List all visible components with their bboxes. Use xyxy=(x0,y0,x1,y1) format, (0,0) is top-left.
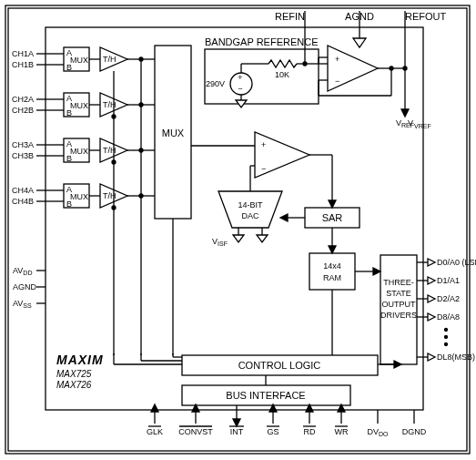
svg-marker-131 xyxy=(394,361,401,368)
pin-int: INT xyxy=(230,427,244,436)
svg-text:DVDO: DVDO xyxy=(367,427,389,437)
svg-text:+: + xyxy=(261,140,266,149)
pin-dgnd: DGND xyxy=(402,427,427,436)
logo-model1: MAX725 xyxy=(56,369,92,379)
svg-point-118 xyxy=(445,336,448,339)
svg-text:B: B xyxy=(66,199,72,209)
pin-agnd-left: AGND xyxy=(13,282,37,291)
svg-marker-114 xyxy=(428,295,435,302)
pin-wr: WR xyxy=(335,427,349,436)
pin-ch3b: CH3B xyxy=(12,151,34,160)
bus-interface-block: BUS INTERFACE xyxy=(226,390,305,401)
svg-point-117 xyxy=(445,329,448,332)
bandgap-resistor: 10K xyxy=(275,70,289,79)
bandgap-voltage: 290V xyxy=(206,79,225,88)
svg-text:AVDD: AVDD xyxy=(13,266,32,276)
svg-point-32 xyxy=(390,66,393,70)
svg-text:−: − xyxy=(335,77,339,86)
svg-text:AVSS: AVSS xyxy=(13,299,32,309)
pin-ch1b: CH1B xyxy=(12,60,34,69)
svg-point-75 xyxy=(112,160,116,164)
svg-marker-98 xyxy=(257,235,268,242)
svg-point-81 xyxy=(139,194,143,198)
pin-glk: GLK xyxy=(147,427,163,436)
svg-point-79 xyxy=(139,103,143,107)
svg-point-78 xyxy=(139,57,143,61)
svg-text:−: − xyxy=(238,84,242,93)
svg-marker-110 xyxy=(428,259,435,266)
svg-point-119 xyxy=(445,343,448,346)
vref-label: VREF xyxy=(414,123,431,129)
svg-rect-8 xyxy=(205,49,319,104)
pin-refout: REFOUT xyxy=(405,11,447,22)
ram-line1: 14x4 xyxy=(323,261,341,271)
pin-ch4a: CH4A xyxy=(12,186,34,195)
svg-marker-112 xyxy=(428,277,435,284)
svg-point-80 xyxy=(139,148,143,152)
svg-marker-141 xyxy=(233,419,240,426)
pin-ch2b: CH2B xyxy=(12,106,34,115)
pin-d8: D8/A8 xyxy=(437,312,460,322)
th-1: T/H xyxy=(103,55,116,64)
svg-marker-106 xyxy=(373,268,380,275)
dac-line1: 14-BIT xyxy=(238,200,263,210)
sar-block: SAR xyxy=(322,212,343,223)
svg-text:−: − xyxy=(261,164,266,173)
svg-marker-116 xyxy=(428,313,435,321)
svg-rect-104 xyxy=(309,253,355,290)
svg-text:MUX: MUX xyxy=(70,147,88,156)
svg-text:B: B xyxy=(66,154,72,163)
svg-marker-95 xyxy=(233,235,244,242)
svg-text:B: B xyxy=(66,108,72,118)
drv-l3: OUTPUT xyxy=(382,300,417,309)
logo-model2: MAX726 xyxy=(56,380,92,390)
pin-convst: CONVST xyxy=(178,427,213,436)
control-logic-block: CONTROL LOGIC xyxy=(238,360,321,371)
bandgap-title: BANDGAP REFERENCE xyxy=(205,36,319,47)
svg-marker-91 xyxy=(218,191,282,228)
pin-agnd-top: AGND xyxy=(345,11,374,22)
svg-rect-108 xyxy=(380,255,417,364)
svg-text:MUX: MUX xyxy=(70,192,88,201)
svg-marker-121 xyxy=(428,353,435,361)
svg-text:+: + xyxy=(238,73,242,82)
pin-ch2a: CH2A xyxy=(12,95,34,104)
mux-block: MUX xyxy=(162,128,185,138)
drv-l1: THREE- xyxy=(383,278,414,287)
logo-brand: MAXIM xyxy=(56,353,104,367)
svg-marker-6 xyxy=(353,38,366,47)
pin-gs: GS xyxy=(267,427,279,436)
pin-d2: D2/A2 xyxy=(437,294,460,303)
pin-dl8: DL8(MSB) xyxy=(437,353,475,362)
svg-text:MUX: MUX xyxy=(70,56,88,65)
svg-marker-34 xyxy=(401,109,409,117)
pin-ch1a: CH1A xyxy=(12,49,34,58)
dac-line2: DAC xyxy=(241,211,259,220)
ram-line2: RAM xyxy=(323,273,341,282)
svg-point-74 xyxy=(112,115,116,118)
svg-point-76 xyxy=(112,206,116,210)
svg-marker-101 xyxy=(280,214,288,221)
pin-d1: D1/A1 xyxy=(437,276,460,285)
svg-marker-103 xyxy=(329,246,336,253)
drv-l4: DRIVERS xyxy=(380,311,417,320)
pin-ch3a: CH3A xyxy=(12,140,34,149)
pin-rd: RD xyxy=(304,427,316,436)
svg-point-18 xyxy=(303,62,307,66)
svg-text:B: B xyxy=(66,63,72,72)
svg-text:VISF: VISF xyxy=(212,237,228,247)
svg-marker-135 xyxy=(151,404,158,412)
drv-l2: STATE xyxy=(386,289,411,298)
pin-ch4b: CH4B xyxy=(12,197,34,206)
pin-d0: D0/A0 (LSB) xyxy=(437,258,476,267)
svg-marker-90 xyxy=(329,200,336,208)
svg-text:MUX: MUX xyxy=(70,101,88,110)
svg-text:+: + xyxy=(335,55,339,64)
pin-refin: REFIN xyxy=(275,11,305,22)
